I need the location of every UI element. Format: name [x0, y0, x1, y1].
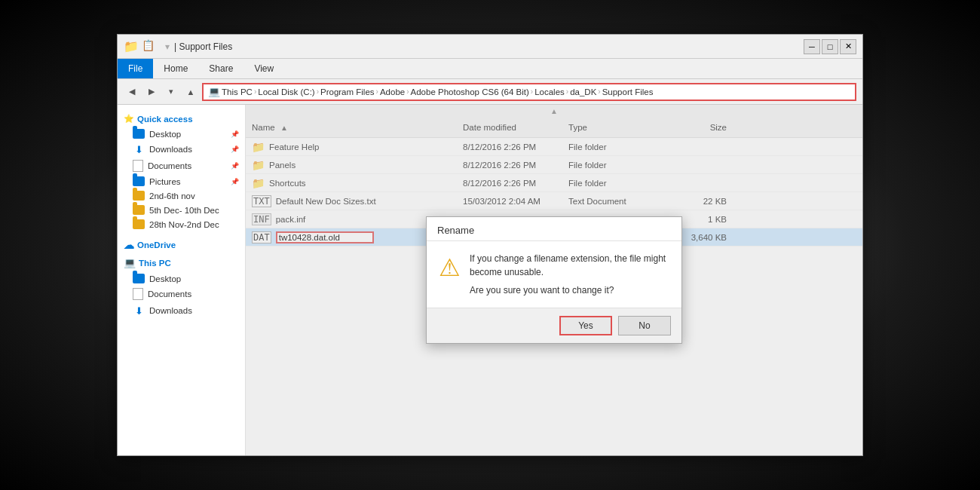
dialog-body: ⚠ If you change a filename extension, th…: [427, 241, 681, 308]
folder-icon: [133, 205, 145, 215]
pin-icon: 📌: [231, 145, 239, 153]
yes-button[interactable]: Yes: [559, 316, 612, 335]
forward-button[interactable]: ▶: [143, 84, 160, 100]
sidebar-item-thispc-downloads[interactable]: ⬇ Downloads: [118, 302, 245, 319]
pc-icon: 💻: [124, 257, 136, 268]
ribbon-tabs: File Home Share View: [118, 59, 862, 78]
tab-home[interactable]: Home: [153, 59, 198, 78]
tab-share[interactable]: Share: [198, 59, 243, 78]
sidebar-item-thispc-documents[interactable]: Documents: [118, 286, 245, 302]
doc-icon: [133, 160, 143, 172]
pin-icon: 📌: [231, 178, 239, 185]
minimize-button[interactable]: ─: [804, 39, 820, 54]
folder-title-icon: 📁: [124, 39, 139, 54]
path-segment-support-files: Support Files: [602, 87, 654, 96]
up-button[interactable]: ▲: [182, 84, 199, 100]
sidebar-item-downloads[interactable]: ⬇ Downloads 📌: [118, 141, 245, 158]
sidebar-item-5thdec[interactable]: 5th Dec- 10th Dec: [118, 203, 245, 217]
dialog-footer: Yes No: [427, 308, 681, 343]
sidebar: ⭐ Quick access Desktop 📌 ⬇ Downloads 📌 D…: [118, 105, 246, 455]
close-button[interactable]: ✕: [840, 39, 856, 54]
file-list: ▲ Name ▲ Date modified Type Size: [246, 105, 862, 455]
path-segment-locales: Locales: [534, 87, 565, 96]
sidebar-item-thispc-desktop[interactable]: Desktop: [118, 271, 245, 286]
sidebar-item-2nd6th[interactable]: 2nd-6th nov: [118, 188, 245, 203]
dropdown-button[interactable]: ▾: [163, 84, 179, 100]
onedrive-header[interactable]: ☁ OneDrive: [118, 236, 245, 254]
path-segment-programfiles: Program Files: [320, 87, 375, 96]
quick-access-header[interactable]: ⭐ Quick access: [118, 111, 245, 127]
no-button[interactable]: No: [618, 316, 671, 335]
folder-icon: [133, 176, 145, 186]
pin-icon: 📌: [231, 130, 239, 138]
maximize-button[interactable]: □: [822, 39, 838, 54]
download-icon: ⬇: [133, 143, 145, 155]
thispc-header[interactable]: 💻 This PC: [118, 254, 245, 271]
warning-icon: ⚠: [439, 253, 461, 282]
tab-view[interactable]: View: [243, 59, 284, 78]
window-title: | Support Files: [174, 41, 232, 52]
path-segment-thispc: 💻 This PC: [208, 86, 253, 97]
folder-icon: [133, 129, 145, 139]
title-bar: 📁 📋 ▾ | Support Files ─ □ ✕: [118, 35, 862, 59]
folder-icon: [133, 219, 145, 229]
download-icon: ⬇: [133, 305, 145, 317]
main-area: ⭐ Quick access Desktop 📌 ⬇ Downloads 📌 D…: [118, 105, 862, 455]
address-path[interactable]: 💻 This PC › Local Disk (C:) › Program Fi…: [202, 83, 856, 101]
title-icons: 📁 📋: [124, 39, 155, 54]
sidebar-item-28thnov[interactable]: 28th Nov-2nd Dec: [118, 217, 245, 231]
dialog-title: Rename: [427, 217, 681, 241]
tab-file[interactable]: File: [118, 59, 153, 78]
sidebar-item-documents[interactable]: Documents 📌: [118, 158, 245, 174]
folder-icon: [133, 191, 145, 201]
path-segment-da-dk: da_DK: [570, 87, 596, 96]
rename-dialog: Rename ⚠ If you change a filename extens…: [426, 216, 682, 344]
dialog-overlay: Rename ⚠ If you change a filename extens…: [246, 105, 862, 455]
pin-icon: 📌: [231, 162, 239, 170]
folder-icon: [133, 274, 145, 283]
explorer-window: 📁 📋 ▾ | Support Files ─ □ ✕ File Home Sh…: [117, 34, 863, 456]
path-segment-photoshop: Adobe Photoshop CS6 (64 Bit): [411, 87, 529, 96]
title-divider: ▾: [165, 41, 170, 52]
ribbon: File Home Share View: [118, 59, 862, 79]
doc-title-icon: 📋: [142, 39, 155, 54]
address-bar: ◀ ▶ ▾ ▲ 💻 This PC › Local Disk (C:) › Pr…: [118, 79, 862, 105]
sidebar-item-pictures[interactable]: Pictures 📌: [118, 174, 245, 188]
sidebar-item-desktop[interactable]: Desktop 📌: [118, 127, 245, 141]
doc-icon: [133, 288, 143, 300]
path-segment-adobe: Adobe: [380, 87, 405, 96]
back-button[interactable]: ◀: [124, 84, 140, 100]
onedrive-icon: ☁: [124, 239, 134, 251]
dialog-message: If you change a filename extension, the …: [470, 252, 669, 297]
path-segment-localdisk: Local Disk (C:): [258, 87, 314, 96]
